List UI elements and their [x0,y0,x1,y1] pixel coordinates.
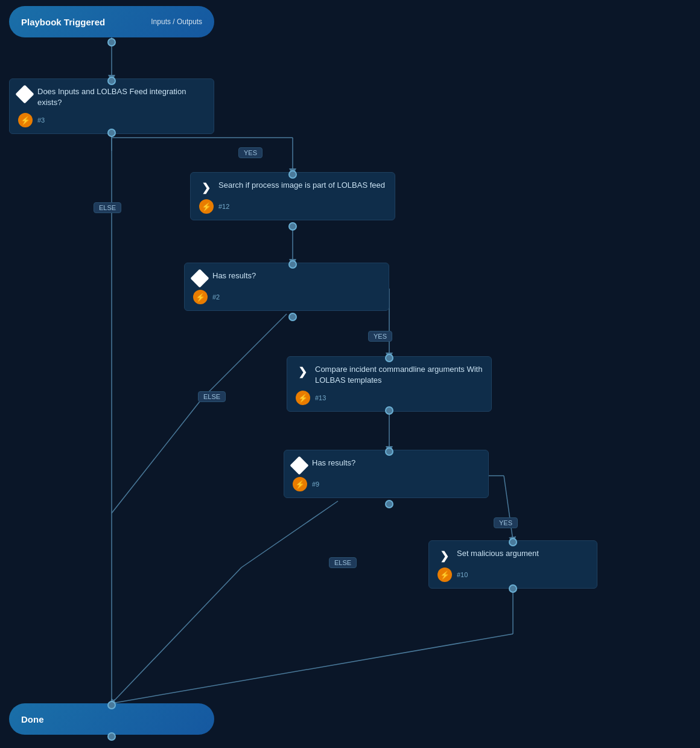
yes3-label: YES [494,517,518,528]
diamond-icon2 [190,269,209,287]
action1-node[interactable]: ❯ Search if process image is part of LOL… [190,172,395,220]
connector-c3-bottom [385,500,393,508]
inputs-outputs-link[interactable]: Inputs / Outputs [151,18,202,26]
connector-a3-bottom [509,584,517,593]
yes1-label: YES [238,147,262,158]
action3-node[interactable]: ❯ Set malicious argument ⚡ #10 [428,540,597,589]
action-arrow-icon1: ❯ [199,181,212,194]
connector-c3-top [385,447,393,456]
lightning-icon-a2: ⚡ [296,391,310,405]
connector-a1-top [288,170,297,179]
else2-label: ELSE [198,391,226,402]
condition3-number: #9 [312,481,319,488]
svg-line-9 [202,314,287,398]
action2-number: #13 [315,394,326,401]
connector-a1-bottom [288,222,297,231]
connector-c2-top [288,260,297,269]
diamond-icon [15,85,34,103]
condition3-node[interactable]: Has results? ⚡ #9 [284,450,489,498]
action3-title: Set malicious argument [457,548,539,559]
condition1-node[interactable]: Does Inputs and LOLBAS Feed integration … [9,78,214,134]
condition2-node[interactable]: Has results? ⚡ #2 [184,263,389,311]
trigger-label: Playbook Triggered [21,17,105,27]
else3-label: ELSE [329,557,357,568]
trigger-node[interactable]: Playbook Triggered Inputs / Outputs [9,6,214,37]
lightning-icon-a3: ⚡ [438,567,452,582]
action2-node[interactable]: ❯ Compare incident commandline arguments… [287,356,492,412]
connector-a2-top [385,354,393,362]
action2-title: Compare incident commandline arguments W… [315,364,483,386]
connector-trigger-bottom [107,38,116,46]
condition2-title: Has results? [212,270,256,281]
connector-a3-top [509,538,517,546]
connector-c1-bottom [107,129,116,137]
condition2-number: #2 [212,293,220,301]
lightning-icon-c2: ⚡ [193,290,208,304]
lightning-icon-c3: ⚡ [293,477,307,491]
action1-number: #12 [218,203,229,210]
condition3-title: Has results? [312,458,355,468]
condition1-title: Does Inputs and LOLBAS Feed integration … [37,86,205,108]
svg-line-14 [112,567,241,703]
else1-label: ELSE [94,202,121,213]
action-arrow-icon3: ❯ [438,549,451,563]
svg-line-13 [241,501,338,567]
connector-a2-bottom [385,406,393,415]
action-arrow-icon2: ❯ [296,365,309,379]
connector-done-bottom [107,732,116,741]
lightning-icon-a1: ⚡ [199,199,214,214]
done-label: Done [21,714,44,724]
yes2-label: YES [368,331,392,342]
diamond-icon3 [290,456,308,475]
svg-line-17 [112,398,202,513]
connector-c2-bottom [288,313,297,321]
lightning-icon-c1: ⚡ [18,113,33,127]
svg-line-16 [112,634,513,703]
connector-done-top [107,701,116,709]
condition1-number: #3 [37,117,45,124]
action1-title: Search if process image is part of LOLBA… [218,180,385,191]
action3-number: #10 [457,571,468,578]
svg-line-12 [504,476,513,540]
connector-c1-top [107,77,116,85]
